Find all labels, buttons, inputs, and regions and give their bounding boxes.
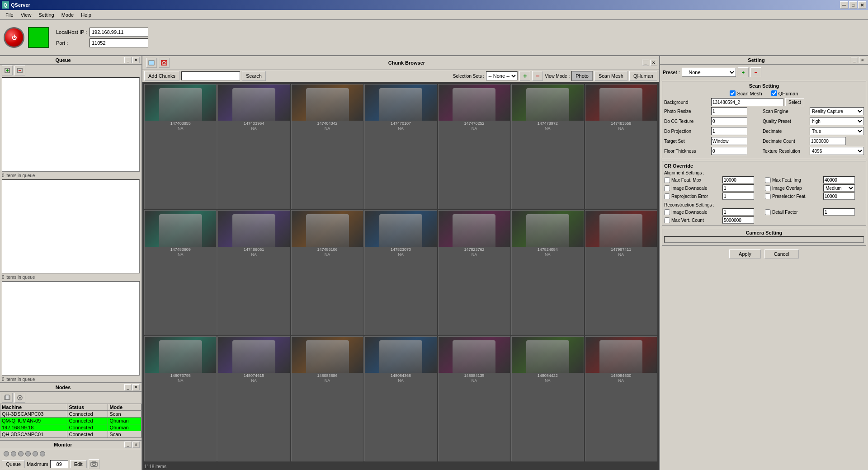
nodes-btn1[interactable] <box>2 393 13 403</box>
preset-select[interactable]: -- None -- <box>682 68 736 77</box>
qhuman-checkbox[interactable] <box>771 90 777 96</box>
chunk-search-input[interactable] <box>181 71 240 80</box>
table-row[interactable]: QM-QHUMAN-09ConnectedQhuman <box>0 418 142 424</box>
selection-select[interactable]: -- None -- <box>486 71 518 80</box>
queue-remove-btn[interactable] <box>14 66 25 75</box>
queue-close-btn[interactable]: ✕ <box>132 57 140 63</box>
localhost-input[interactable] <box>90 28 148 37</box>
settings-close-btn[interactable]: ✕ <box>859 57 866 63</box>
add-chunks-btn[interactable]: Add Chunks <box>144 71 179 81</box>
image-downscale2-input[interactable] <box>722 208 754 216</box>
preselector-feat-check[interactable] <box>765 193 771 199</box>
texture-resolution-select[interactable]: 4096 <box>810 147 864 155</box>
chunk-btn2[interactable] <box>159 58 170 68</box>
apply-btn[interactable]: Apply <box>729 249 761 258</box>
preset-remove-btn[interactable]: − <box>750 67 761 77</box>
monitor-camera-btn[interactable] <box>89 459 99 469</box>
max-feat-img-check[interactable] <box>765 177 771 183</box>
image-downscale-input[interactable] <box>722 184 754 192</box>
decimate-select[interactable]: True <box>810 127 864 135</box>
chunk-minimize-btn[interactable]: _ <box>642 60 649 66</box>
maximize-button[interactable]: □ <box>849 1 857 9</box>
photo-item[interactable]: 147404342 NA <box>291 84 363 209</box>
max-feat-mpx-check[interactable] <box>664 177 670 183</box>
status-button[interactable] <box>28 27 49 48</box>
menu-help[interactable]: Help <box>77 11 95 19</box>
do-projection-input[interactable] <box>711 127 747 135</box>
table-row[interactable]: 192.168.99.18ConnectedQhuman <box>0 424 142 431</box>
photo-item[interactable]: 147483559 NA <box>585 84 657 209</box>
menu-file[interactable]: File <box>2 11 17 19</box>
photo-item[interactable]: 147470107 NA <box>364 84 437 209</box>
selection-remove-btn[interactable]: − <box>532 71 543 81</box>
preselector-feat-input[interactable] <box>823 193 855 200</box>
photo-item[interactable]: 147478972 NA <box>511 84 584 209</box>
scan-engine-select[interactable]: Reality Capture <box>810 107 864 115</box>
max-feat-img-input[interactable] <box>823 176 855 183</box>
image-downscale2-check[interactable] <box>664 209 670 215</box>
power-button[interactable]: ⏻ <box>4 27 24 48</box>
background-input[interactable] <box>711 98 783 106</box>
photo-resize-input[interactable] <box>711 107 747 115</box>
minimize-button[interactable]: — <box>840 1 848 9</box>
view-qhuman-btn[interactable]: QHuman <box>629 71 657 81</box>
select-button[interactable]: Select <box>785 98 804 106</box>
scan-mesh-checkbox[interactable] <box>730 90 736 96</box>
photo-item[interactable]: 148073795 NA <box>144 336 217 461</box>
nodes-minimize-btn[interactable]: _ <box>124 384 132 390</box>
menu-view[interactable]: View <box>17 11 35 19</box>
decimate-count-input[interactable] <box>810 137 846 145</box>
photo-item[interactable]: 147486051 NA <box>217 210 290 335</box>
monitor-minimize-btn[interactable]: _ <box>124 442 132 448</box>
scan-mesh-check[interactable]: Scan Mesh <box>730 90 762 96</box>
photo-item[interactable]: 148084368 NA <box>364 336 437 461</box>
maximum-input[interactable] <box>50 460 68 468</box>
photo-item[interactable]: 147403855 NA <box>144 84 217 209</box>
port-input[interactable] <box>90 38 148 47</box>
photo-item[interactable]: 148084135 NA <box>438 336 510 461</box>
image-overlap-check[interactable] <box>765 185 771 191</box>
settings-minimize-btn[interactable]: _ <box>851 57 858 63</box>
target-set-input[interactable] <box>711 137 747 145</box>
max-feat-mpx-input[interactable] <box>722 176 754 183</box>
reprojection-error-input[interactable] <box>722 193 754 200</box>
table-row[interactable]: QH-3DSCANPC03ConnectedScan <box>0 411 142 418</box>
max-vert-count-input[interactable] <box>722 216 754 224</box>
nodes-close-btn[interactable]: ✕ <box>132 384 140 390</box>
chunk-close-btn[interactable]: ✕ <box>650 60 657 66</box>
view-photo-btn[interactable]: Photo <box>571 71 593 81</box>
detail-factor-check[interactable] <box>765 209 771 215</box>
queue-btn[interactable]: Queue <box>2 460 25 468</box>
photo-item[interactable]: 147997411 NA <box>585 210 657 335</box>
photo-item[interactable]: 148074615 NA <box>217 336 290 461</box>
photo-item[interactable]: 148084422 NA <box>511 336 584 461</box>
reprojection-error-check[interactable] <box>664 193 670 199</box>
photo-item[interactable]: 147486106 NA <box>291 210 363 335</box>
quality-preset-select[interactable]: high <box>810 117 864 125</box>
monitor-close-btn[interactable]: ✕ <box>132 442 140 448</box>
queue-add-btn[interactable] <box>2 66 13 75</box>
menu-setting[interactable]: Setting <box>35 11 57 19</box>
table-row[interactable]: QH-3DSCANPC01ConnectedScan <box>0 431 142 438</box>
preset-add-btn[interactable]: + <box>738 67 749 77</box>
photo-item[interactable]: 147823070 NA <box>364 210 437 335</box>
close-button[interactable]: ✕ <box>858 1 866 9</box>
camera-scrollbar[interactable] <box>664 236 864 243</box>
floor-thickness-input[interactable] <box>711 147 747 155</box>
search-btn[interactable]: Search <box>242 71 266 81</box>
photo-item[interactable]: 147824084 NA <box>511 210 584 335</box>
detail-factor-input[interactable] <box>823 208 855 216</box>
photo-item[interactable]: 148083886 NA <box>291 336 363 461</box>
menu-mode[interactable]: Mode <box>58 11 78 19</box>
image-overlap-select[interactable]: Medium <box>823 184 855 192</box>
do-cc-texture-input[interactable] <box>711 117 747 125</box>
chunk-btn1[interactable] <box>146 58 157 68</box>
edit-btn[interactable]: Edit <box>70 460 87 468</box>
photo-item[interactable]: 147823762 NA <box>438 210 510 335</box>
view-scan-mesh-btn[interactable]: Scan Mesh <box>594 71 627 81</box>
photo-item[interactable]: 147483609 NA <box>144 210 217 335</box>
photo-item[interactable]: 147403964 NA <box>217 84 290 209</box>
image-downscale-check[interactable] <box>664 185 670 191</box>
selection-add-btn[interactable]: + <box>519 71 530 81</box>
photo-item[interactable]: 147470252 NA <box>438 84 510 209</box>
